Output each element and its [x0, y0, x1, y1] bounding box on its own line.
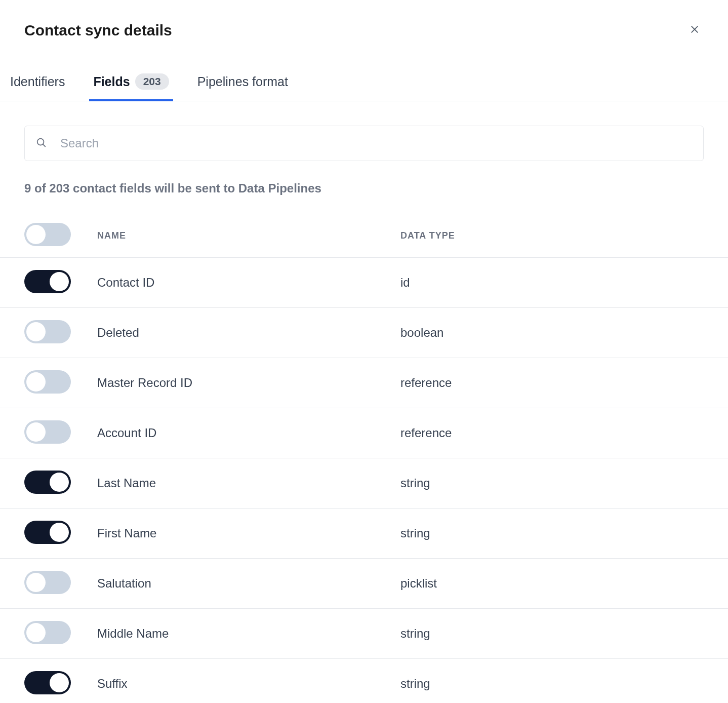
- field-name: Middle Name: [97, 627, 400, 641]
- tabs: Identifiers Fields 203 Pipelines format: [0, 64, 728, 101]
- field-name: Salutation: [97, 576, 400, 591]
- toggle-knob: [50, 673, 69, 692]
- toggle-knob: [50, 272, 69, 291]
- table-row: Suffixstring: [0, 659, 728, 703]
- field-type: picklist: [400, 576, 704, 591]
- field-name: First Name: [97, 526, 400, 540]
- toggle-knob: [26, 322, 46, 341]
- table-row: Contact IDid: [0, 258, 728, 308]
- toggle-knob: [26, 623, 46, 642]
- field-name: Master Record ID: [97, 376, 400, 390]
- field-type: boolean: [400, 326, 704, 340]
- field-name: Contact ID: [97, 276, 400, 290]
- toggle-all[interactable]: [24, 223, 71, 246]
- table-row: Salutationpicklist: [0, 559, 728, 609]
- tab-fields-count-badge: 203: [135, 73, 169, 90]
- field-type: reference: [400, 426, 704, 440]
- field-type: string: [400, 526, 704, 540]
- field-type: string: [400, 677, 704, 691]
- field-toggle[interactable]: [24, 420, 71, 444]
- field-toggle[interactable]: [24, 320, 71, 343]
- content: 9 of 203 contact fields will be sent to …: [0, 101, 728, 703]
- table-row: Middle Namestring: [0, 609, 728, 659]
- status-text: 9 of 203 contact fields will be sent to …: [24, 181, 704, 196]
- tab-identifiers[interactable]: Identifiers: [10, 64, 65, 101]
- field-type: string: [400, 476, 704, 490]
- table-row: First Namestring: [0, 509, 728, 559]
- field-type: id: [400, 276, 704, 290]
- table-row: Last Namestring: [0, 458, 728, 509]
- field-toggle[interactable]: [24, 471, 71, 494]
- search-wrap: [24, 126, 704, 161]
- toggle-knob: [50, 473, 69, 492]
- toggle-knob: [26, 422, 46, 442]
- column-header-data-type: DATA TYPE: [400, 230, 704, 241]
- close-button[interactable]: [685, 20, 704, 40]
- search-input[interactable]: [24, 126, 704, 161]
- toggle-knob: [26, 372, 46, 392]
- field-toggle[interactable]: [24, 521, 71, 544]
- tab-pipelines-format[interactable]: Pipelines format: [197, 64, 288, 101]
- tab-label: Identifiers: [10, 74, 65, 89]
- field-toggle[interactable]: [24, 671, 71, 694]
- table-header: NAME DATA TYPE: [0, 214, 728, 258]
- tab-label: Fields: [93, 74, 130, 89]
- field-name: Account ID: [97, 426, 400, 440]
- table-row: Account IDreference: [0, 408, 728, 458]
- field-name: Last Name: [97, 476, 400, 490]
- header: Contact sync details: [0, 0, 728, 64]
- field-name: Suffix: [97, 677, 400, 691]
- field-toggle[interactable]: [24, 571, 71, 594]
- toggle-knob: [50, 523, 69, 542]
- field-toggle[interactable]: [24, 370, 71, 394]
- toggle-knob: [26, 225, 46, 244]
- table-row: Deletedboolean: [0, 308, 728, 358]
- close-icon: [690, 24, 700, 36]
- tab-fields[interactable]: Fields 203: [93, 64, 169, 101]
- toggle-knob: [26, 573, 46, 592]
- page-title: Contact sync details: [24, 22, 172, 39]
- field-name: Deleted: [97, 326, 400, 340]
- field-type: string: [400, 627, 704, 641]
- field-type: reference: [400, 376, 704, 390]
- field-toggle[interactable]: [24, 621, 71, 644]
- table-row: Master Record IDreference: [0, 358, 728, 408]
- column-header-name: NAME: [97, 230, 400, 241]
- field-toggle[interactable]: [24, 270, 71, 293]
- tab-label: Pipelines format: [197, 74, 288, 89]
